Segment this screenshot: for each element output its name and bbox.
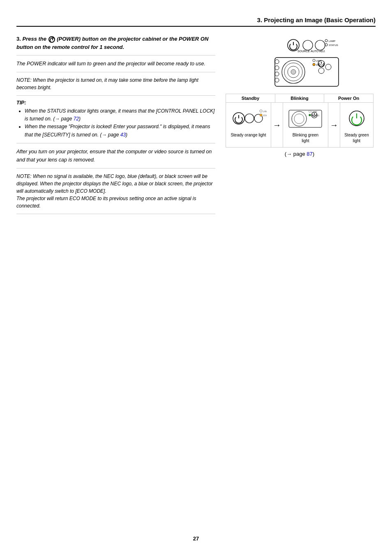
svg-text:LAMP: LAMP xyxy=(329,40,335,42)
svg-text:SOURCE: SOURCE xyxy=(297,50,310,53)
svg-point-16 xyxy=(291,69,296,74)
divider-5 xyxy=(16,168,215,169)
link-page-72[interactable]: 72 xyxy=(74,116,79,122)
svg-point-31 xyxy=(245,114,254,123)
divider-6 xyxy=(16,214,215,214)
projector-top-svg: LAMP STATUS SOURCE AUTO ADJ. xyxy=(254,35,345,88)
svg-text:STATUS: STATUS xyxy=(263,114,267,117)
svg-point-44 xyxy=(309,114,311,116)
svg-text:STATUS: STATUS xyxy=(329,44,338,46)
svg-point-8 xyxy=(325,44,327,46)
link-page-87[interactable]: 87 xyxy=(307,151,312,157)
standby-section: LAMP STATUS Steady orange light xyxy=(226,103,271,147)
power-on-label: Power On xyxy=(324,94,373,102)
svg-point-6 xyxy=(325,39,327,42)
divider-2 xyxy=(16,72,215,72)
indicator-states-diagram: Standby Blinking Power On xyxy=(226,94,374,148)
svg-point-23 xyxy=(275,72,279,76)
paragraph-1: The POWER indicator will turn to green a… xyxy=(16,60,215,68)
blinking-section: LAMP STATUS Blinking greenlight xyxy=(283,103,328,147)
blinking-sublabel: Blinking greenlight xyxy=(293,132,318,144)
after-tip-text: After you turn on your projector, ensure… xyxy=(16,148,215,164)
page-header: 3. Projecting an Image (Basic Operation) xyxy=(16,16,376,27)
svg-point-20 xyxy=(325,64,331,70)
right-column: LAMP STATUS SOURCE AUTO ADJ. xyxy=(224,35,376,218)
power-on-sublabel: Steady greenlight xyxy=(344,132,369,144)
power-icon xyxy=(49,37,55,43)
svg-text:STATUS: STATUS xyxy=(316,64,324,66)
note-1: NOTE: When the projector is turned on, i… xyxy=(16,76,215,91)
step-text: Press the (POWER) button on the projecto… xyxy=(16,36,208,50)
left-column: 3. Press the (POWER) button on the proje… xyxy=(16,35,215,218)
svg-point-19 xyxy=(318,68,324,74)
page: 3. Projecting an Image (Basic Operation)… xyxy=(0,0,392,554)
tip-list: When the STATUS indicator lights orange,… xyxy=(25,107,215,139)
svg-point-22 xyxy=(275,66,279,70)
tip-item-2: When the message "Projector is locked! E… xyxy=(25,123,215,138)
svg-text:STATUS: STATUS xyxy=(311,114,320,117)
page-number: 27 xyxy=(0,536,392,542)
step-power-label: (POWER) button on the projector cabinet … xyxy=(16,36,208,50)
svg-point-5 xyxy=(315,40,325,50)
standby-svg: LAMP STATUS xyxy=(230,106,267,131)
projector-top-diagram: LAMP STATUS SOURCE AUTO ADJ. xyxy=(254,35,345,90)
step-number: 3. xyxy=(16,36,21,42)
svg-point-39 xyxy=(294,114,304,124)
svg-point-24 xyxy=(275,78,279,82)
states-header: Standby Blinking Power On xyxy=(226,94,373,103)
arrow-1: → xyxy=(273,120,281,130)
svg-point-21 xyxy=(275,60,279,64)
blinking-svg: LAMP STATUS xyxy=(287,106,324,131)
link-page-43[interactable]: 43 xyxy=(120,132,126,138)
standby-sublabel: Steady orange light xyxy=(231,132,266,138)
svg-point-42 xyxy=(309,111,311,113)
svg-point-38 xyxy=(292,111,307,126)
svg-point-35 xyxy=(260,114,262,116)
svg-point-33 xyxy=(260,110,262,112)
svg-text:AUTO ADJ.: AUTO ADJ. xyxy=(311,50,325,53)
arrow-2: → xyxy=(330,120,338,130)
divider-4 xyxy=(16,143,215,143)
states-body: LAMP STATUS Steady orange light → xyxy=(226,103,373,147)
svg-point-25 xyxy=(313,59,315,62)
svg-text:LAMP: LAMP xyxy=(263,110,267,113)
tip-label: TIP: xyxy=(16,100,215,106)
power-on-svg xyxy=(344,106,369,131)
step-heading: 3. Press the (POWER) button on the proje… xyxy=(16,35,215,51)
arrow-ref: (→ page 87) xyxy=(285,151,314,157)
divider-3 xyxy=(16,95,215,96)
blinking-label: Blinking xyxy=(275,94,325,102)
page-title: 3. Projecting an Image (Basic Operation) xyxy=(16,16,376,23)
svg-text:LAMP: LAMP xyxy=(316,60,322,62)
svg-point-27 xyxy=(313,63,315,66)
note-2: NOTE: When no signal is available, the N… xyxy=(16,173,215,210)
content-area: 3. Press the (POWER) button on the proje… xyxy=(16,35,376,218)
divider-1 xyxy=(16,55,215,55)
svg-point-4 xyxy=(303,40,313,50)
tip-item-1: When the STATUS indicator lights orange,… xyxy=(25,107,215,123)
svg-text:LAMP: LAMP xyxy=(311,111,317,113)
standby-label: Standby xyxy=(226,94,275,102)
power-on-section: Steady greenlight xyxy=(340,103,373,147)
